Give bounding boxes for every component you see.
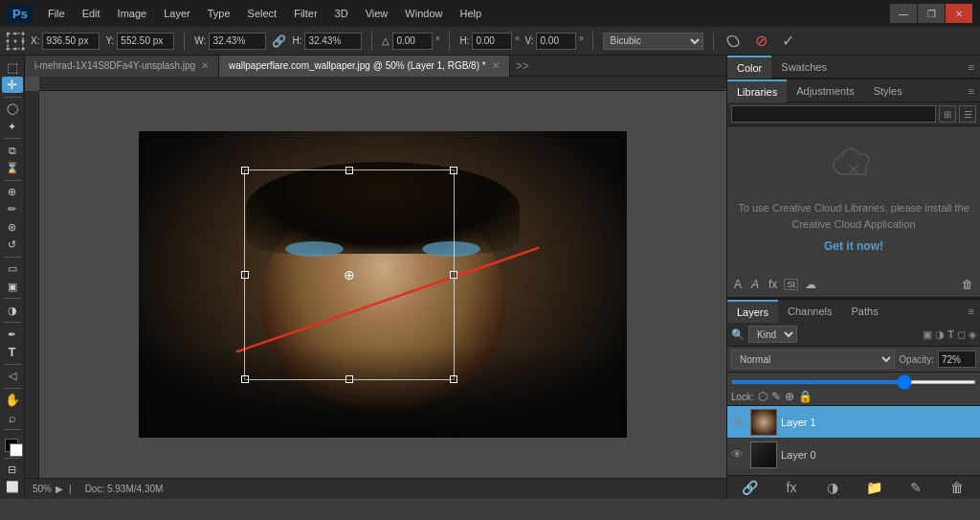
link-layers-button[interactable]: 🔗 (731, 480, 768, 495)
history-brush-tool[interactable]: ↺ (2, 237, 23, 252)
libraries-tab[interactable]: Libraries (727, 79, 787, 102)
filter-type-icon[interactable]: T (947, 328, 954, 341)
w-input[interactable] (209, 33, 266, 50)
y-input[interactable] (117, 33, 174, 50)
delete-layer-button[interactable]: 🗑 (939, 480, 976, 495)
warp-button[interactable] (724, 31, 745, 52)
new-layer-button[interactable]: ✎ (897, 480, 934, 495)
chain-icon[interactable]: 🔗 (272, 34, 286, 48)
gradient-tool[interactable]: ▣ (2, 279, 23, 294)
tabs-more[interactable]: >> (510, 59, 535, 73)
marquee-tool[interactable]: ⬚ (2, 59, 23, 75)
menu-file[interactable]: File (40, 6, 73, 21)
lib-upload[interactable]: ☁ (802, 276, 819, 293)
layer-item-1[interactable]: 👁 Layer 1 (727, 406, 980, 439)
new-group-button[interactable]: 📁 (856, 480, 893, 495)
healing-brush-tool[interactable]: ⊕ (2, 184, 23, 199)
lib-search-input[interactable] (731, 105, 936, 123)
brush-tool[interactable]: ✏ (2, 202, 23, 217)
dodge-tool[interactable]: ◑ (2, 303, 23, 318)
layers-tab[interactable]: Layers (727, 300, 778, 323)
opacity-slider[interactable] (731, 380, 976, 384)
close-tab-unsplash[interactable]: ✕ (201, 60, 209, 71)
quick-mask-tool[interactable]: ⊟ (2, 462, 23, 477)
lib-add-style[interactable]: St (784, 279, 798, 290)
channels-tab[interactable]: Channels (778, 300, 841, 323)
lib-add-fx[interactable]: fx (766, 276, 780, 293)
menu-edit[interactable]: Edit (75, 6, 108, 21)
interpolation-select[interactable]: Bicubic Bilinear Nearest Neighbor Bicubi… (603, 33, 703, 50)
minimize-button[interactable]: — (890, 4, 917, 23)
styles-tab[interactable]: Styles (864, 79, 912, 102)
layer-0-visibility[interactable]: 👁 (731, 447, 746, 462)
move-tool[interactable]: ✛ (2, 77, 23, 92)
cc-get-it-now-link[interactable]: Get it now! (824, 239, 883, 253)
filter-adjustment-icon[interactable]: ◑ (935, 328, 945, 341)
screen-mode-tool[interactable]: ⬜ (2, 480, 23, 495)
angle-input[interactable] (392, 33, 433, 50)
v-skew-input[interactable] (536, 33, 576, 50)
color-tab[interactable]: Color (727, 56, 771, 79)
layers-panel-gear[interactable]: ≡ (969, 305, 974, 317)
zoom-tool[interactable]: ⌕ (2, 410, 23, 425)
lib-panel-gear[interactable]: ≡ (969, 85, 974, 97)
menu-image[interactable]: Image (110, 6, 155, 21)
x-input[interactable] (42, 33, 100, 50)
menu-filter[interactable]: Filter (286, 6, 324, 21)
color-swatch-area[interactable] (2, 436, 23, 451)
layers-kind-select[interactable]: Kind (748, 326, 797, 343)
magic-wand-tool[interactable]: ✦ (2, 119, 23, 134)
lock-position-icon[interactable]: ⊕ (785, 390, 794, 403)
lasso-tool[interactable]: ◯ (2, 101, 23, 116)
layer-1-visibility[interactable]: 👁 (731, 415, 746, 429)
svg-point-3 (22, 32, 25, 34)
tab-wallpaper[interactable]: wallpaperflare.com_wallpaper.jpg @ 50% (… (219, 56, 510, 77)
tab-unsplash[interactable]: i-mehrad-1X14S8DFa4Y-unsplash.jpg ✕ (25, 56, 219, 77)
lock-transparency-icon[interactable]: ⬡ (758, 390, 768, 403)
layer-item-0[interactable]: 👁 Layer 0 (727, 439, 980, 471)
paths-tab[interactable]: Paths (842, 300, 888, 323)
filter-smartobj-icon[interactable]: ◈ (969, 328, 976, 341)
lib-delete[interactable]: 🗑 (959, 276, 976, 293)
hand-tool[interactable]: ✋ (2, 393, 23, 408)
lib-list-view[interactable]: ☰ (959, 105, 976, 123)
lock-all-icon[interactable]: 🔒 (798, 390, 813, 403)
maximize-button[interactable]: ❐ (918, 4, 945, 23)
lib-add-char[interactable]: A (748, 276, 762, 293)
menu-window[interactable]: Window (397, 6, 450, 21)
menu-help[interactable]: Help (452, 6, 489, 21)
blend-mode-select[interactable]: Normal Dissolve Multiply Screen Overlay (731, 350, 895, 369)
zoom-arrow-icon[interactable]: ▶ (56, 484, 63, 494)
close-tab-wallpaper[interactable]: ✕ (492, 60, 500, 71)
swatches-tab[interactable]: Swatches (771, 56, 836, 79)
filter-pixel-icon[interactable]: ▣ (923, 328, 932, 341)
filter-shape-icon[interactable]: ◻ (957, 328, 966, 341)
clone-stamp-tool[interactable]: ⊛ (2, 219, 23, 235)
background-color[interactable] (10, 443, 23, 457)
lib-add-graphic[interactable]: A (731, 276, 745, 293)
cancel-transform-button[interactable]: ⊘ (750, 31, 771, 52)
cc-message-text: To use Creative Cloud Libraries, please … (737, 200, 970, 232)
eraser-tool[interactable]: ▭ (2, 261, 23, 277)
h-skew-input[interactable] (472, 33, 512, 50)
lib-grid-view[interactable]: ⊞ (939, 105, 956, 123)
eyedropper-tool[interactable]: ⌛ (2, 160, 23, 175)
close-button[interactable]: ✕ (946, 4, 972, 23)
path-selection-tool[interactable]: ◁ (2, 369, 23, 384)
menu-type[interactable]: Type (200, 6, 238, 21)
menu-select[interactable]: Select (240, 6, 285, 21)
add-mask-button[interactable]: ◑ (814, 480, 852, 495)
menu-3d[interactable]: 3D (327, 6, 356, 21)
crop-tool[interactable]: ⧉ (2, 143, 23, 158)
color-panel-gear[interactable]: ≡ (969, 61, 974, 73)
pen-tool[interactable]: ✒ (2, 327, 23, 342)
layer-effects-button[interactable]: fx (772, 480, 810, 495)
lock-paint-icon[interactable]: ✎ (771, 390, 781, 403)
type-tool[interactable]: T (2, 345, 23, 360)
h-input[interactable] (304, 33, 362, 50)
adjustments-tab[interactable]: Adjustments (787, 79, 864, 102)
opacity-input[interactable] (938, 350, 976, 368)
menu-layer[interactable]: Layer (156, 6, 198, 21)
commit-transform-button[interactable]: ✓ (777, 31, 798, 52)
menu-view[interactable]: View (358, 6, 396, 21)
